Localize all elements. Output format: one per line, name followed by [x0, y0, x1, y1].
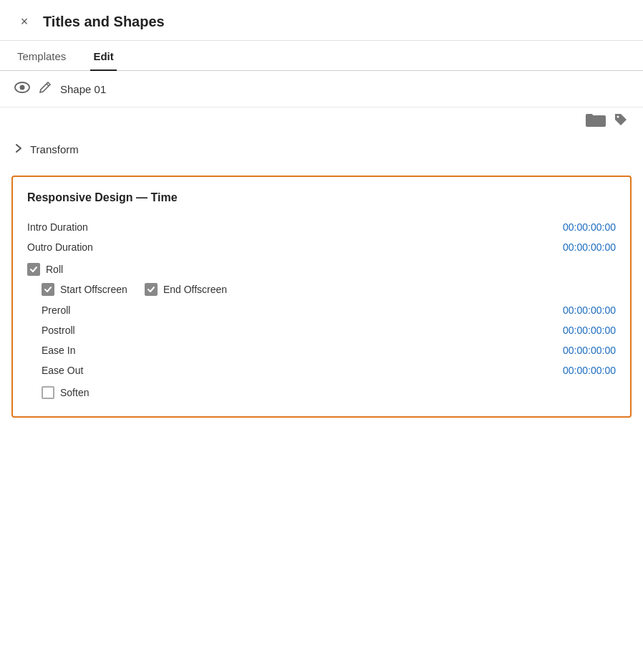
svg-point-1 — [20, 85, 25, 90]
preroll-row: Preroll 00:00:00:00 — [27, 300, 616, 320]
svg-rect-4 — [586, 114, 593, 117]
postroll-row: Postroll 00:00:00:00 — [27, 320, 616, 340]
offscreen-checkboxes: Start Offscreen End Offscreen — [27, 279, 616, 300]
preroll-label: Preroll — [42, 304, 70, 316]
intro-duration-label: Intro Duration — [27, 221, 88, 233]
visibility-icon[interactable] — [14, 82, 30, 97]
roll-label: Roll — [46, 264, 63, 275]
pen-icon[interactable] — [39, 81, 52, 97]
transform-row[interactable]: Transform — [0, 135, 643, 164]
outro-duration-row: Outro Duration 00:00:00:00 — [27, 237, 616, 257]
tab-templates[interactable]: Templates — [14, 42, 69, 71]
ease-out-label: Ease Out — [42, 365, 83, 376]
shape-row: Shape 01 — [0, 71, 643, 107]
panel-header: × Titles and Shapes — [0, 0, 643, 41]
shape-name: Shape 01 — [60, 83, 106, 95]
end-offscreen-label: End Offscreen — [163, 284, 227, 295]
tabs-bar: Templates Edit — [0, 41, 643, 71]
end-offscreen-checkbox[interactable] — [145, 283, 158, 296]
soften-label: Soften — [60, 387, 89, 398]
folder-icon[interactable] — [586, 112, 606, 130]
outro-duration-value[interactable]: 00:00:00:00 — [563, 241, 616, 253]
postroll-value[interactable]: 00:00:00:00 — [563, 325, 616, 336]
svg-point-5 — [617, 116, 619, 118]
panel-title: Titles and Shapes — [43, 14, 165, 30]
transform-label: Transform — [30, 143, 79, 155]
outro-duration-label: Outro Duration — [27, 241, 93, 253]
start-offscreen-item: Start Offscreen — [42, 283, 127, 296]
soften-checkbox[interactable] — [42, 386, 54, 399]
ease-in-value[interactable]: 00:00:00:00 — [563, 345, 616, 356]
soften-checkbox-row: Soften — [27, 380, 616, 402]
ease-in-row: Ease In 00:00:00:00 — [27, 340, 616, 360]
ease-in-label: Ease In — [42, 345, 75, 356]
chevron-right-icon — [14, 143, 23, 155]
ease-out-value[interactable]: 00:00:00:00 — [563, 365, 616, 376]
intro-duration-value[interactable]: 00:00:00:00 — [563, 221, 616, 233]
end-offscreen-item: End Offscreen — [145, 283, 227, 296]
start-offscreen-checkbox[interactable] — [42, 283, 54, 296]
intro-duration-row: Intro Duration 00:00:00:00 — [27, 217, 616, 237]
start-offscreen-label: Start Offscreen — [60, 284, 127, 295]
close-button[interactable]: × — [14, 11, 34, 32]
postroll-label: Postroll — [42, 325, 75, 336]
tab-edit[interactable]: Edit — [90, 42, 116, 71]
roll-checkbox-row: Roll — [27, 257, 616, 279]
responsive-design-section: Responsive Design — Time Intro Duration … — [11, 176, 632, 418]
action-icons-row — [0, 107, 643, 135]
panel: × Titles and Shapes Templates Edit Shape… — [0, 0, 643, 672]
tag-icon[interactable] — [613, 112, 629, 130]
preroll-value[interactable]: 00:00:00:00 — [563, 304, 616, 316]
ease-out-row: Ease Out 00:00:00:00 — [27, 360, 616, 380]
responsive-section-title: Responsive Design — Time — [27, 191, 616, 204]
roll-checkbox[interactable] — [27, 263, 40, 276]
